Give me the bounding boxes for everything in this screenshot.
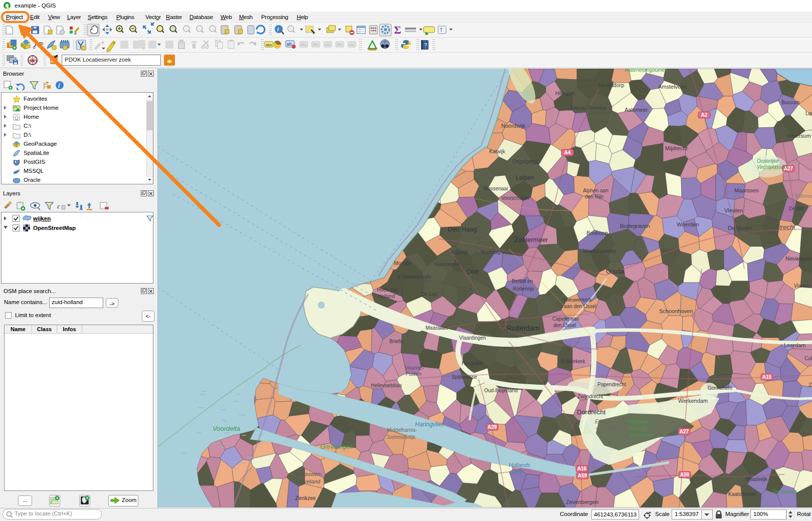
svg-text:Wassenaar: Wassenaar	[483, 186, 509, 191]
svg-text:Vleuten: Vleuten	[724, 207, 743, 213]
svg-text:Grevelingen: Grevelingen	[320, 443, 353, 450]
svg-text:van Dordrecht: van Dordrecht	[596, 426, 628, 431]
svg-text:ab: ab	[287, 42, 292, 47]
svg-text:Wateringen: Wateringen	[434, 262, 460, 267]
svg-text:Zoetermeer: Zoetermeer	[514, 236, 548, 243]
svg-text:Bodegraven: Bodegraven	[620, 223, 650, 229]
svg-text:A16: A16	[577, 466, 587, 471]
svg-text:Waterleidingduinen: Waterleidingduinen	[625, 69, 668, 73]
svg-text:Rijswijk: Rijswijk	[452, 249, 469, 255]
svg-text:Utrecht: Utrecht	[774, 223, 796, 231]
svg-text:Brielle: Brielle	[389, 339, 403, 344]
svg-text:De Meern: De Meern	[728, 225, 752, 231]
svg-text:A59: A59	[680, 472, 690, 477]
svg-text:Σ: Σ	[394, 24, 401, 36]
svg-text:Zierikzee: Zierikzee	[295, 495, 316, 501]
svg-text:Oostelijke: Oostelijke	[757, 158, 779, 164]
svg-text:Maarssen: Maarssen	[734, 187, 758, 193]
svg-text:ε: ε	[57, 202, 60, 210]
svg-text:Rotterdam: Rotterdam	[507, 324, 539, 332]
svg-text:Den Haag: Den Haag	[448, 225, 477, 233]
svg-text:Schouwen-: Schouwen-	[295, 471, 322, 477]
svg-text:A2: A2	[701, 112, 708, 118]
svg-text:A15: A15	[762, 374, 772, 380]
svg-text:Putten: Putten	[405, 371, 422, 377]
svg-text:Zaltb: Zaltb	[808, 382, 812, 388]
svg-text:abc: abc	[301, 43, 307, 46]
svg-text:Nieuwegein: Nieuwegein	[785, 256, 811, 262]
svg-text:Zevenbergen: Zevenbergen	[566, 499, 598, 505]
svg-text:Noordwijk: Noordwijk	[501, 123, 526, 129]
svg-text:Boskoop: Boskoop	[586, 230, 608, 236]
svg-text:Kaatsheuvel: Kaatsheuvel	[728, 491, 756, 497]
svg-text:Leiden: Leiden	[516, 174, 534, 181]
svg-text:Schoonhoven: Schoonhoven	[659, 308, 693, 314]
svg-text:Bussum: Bussum	[781, 100, 799, 105]
svg-text:abc: abc	[325, 43, 331, 46]
svg-text:Diep: Diep	[512, 468, 523, 474]
svg-text:Nationaal: Nationaal	[628, 419, 649, 424]
svg-text:Woerden: Woerden	[677, 221, 699, 227]
svg-text:Hellevoetsluis: Hellevoetsluis	[371, 383, 402, 388]
svg-text:Gorinchem: Gorinchem	[708, 385, 732, 391]
svg-text:Oegstgeest: Oegstgeest	[512, 159, 538, 164]
svg-text:Amstelveen: Amstelveen	[658, 84, 687, 90]
svg-text:Leerdam: Leerdam	[784, 342, 805, 348]
svg-text:Mijdrecht: Mijdrecht	[665, 145, 688, 151]
svg-text:Delft: Delft	[467, 269, 479, 276]
svg-text:A27: A27	[680, 429, 689, 434]
svg-text:Aalsmeer: Aalsmeer	[625, 107, 648, 113]
svg-text:?: ?	[424, 42, 427, 48]
svg-text:Hollands: Hollands	[509, 462, 530, 468]
svg-text:A4: A4	[564, 150, 571, 155]
svg-text:Hillegom: Hillegom	[555, 91, 575, 96]
svg-text:Vlaardingen: Vlaardingen	[459, 335, 486, 341]
svg-text:Papendrecht: Papendrecht	[597, 382, 626, 387]
svg-text:Eiland: Eiland	[595, 419, 609, 424]
svg-text:Nieuwerkerk: Nieuwerkerk	[564, 297, 592, 303]
svg-text:T: T	[440, 27, 443, 33]
svg-text:Maassluis: Maassluis	[426, 325, 448, 331]
svg-text:Vianen: Vianen	[794, 283, 809, 289]
svg-text:Waddinxveen: Waddinxveen	[583, 248, 616, 254]
svg-text:Waalwijk: Waalwijk	[746, 476, 767, 482]
svg-text:Zwijndrecht: Zwijndrecht	[577, 394, 603, 399]
svg-text:A29: A29	[488, 424, 497, 430]
svg-text:De Loonse: De Loonse	[772, 489, 797, 494]
svg-text:Park De: Park De	[630, 426, 648, 431]
svg-text:abc: abc	[349, 43, 355, 46]
svg-text:A59: A59	[578, 473, 587, 478]
svg-text:den Rijn: den Rijn	[585, 194, 603, 199]
svg-text:abc: abc	[337, 43, 343, 46]
svg-text:Voordelta: Voordelta	[213, 425, 240, 432]
svg-text:Gouda: Gouda	[606, 268, 624, 275]
svg-text:Werkendam: Werkendam	[678, 398, 708, 404]
svg-text:Haringvliet: Haringvliet	[415, 421, 444, 428]
svg-text:Alphen aan: Alphen aan	[583, 188, 608, 193]
svg-text:Biesbosch: Biesbosch	[631, 432, 654, 438]
svg-text:PDOK: PDOK	[51, 60, 60, 63]
svg-text:Voorne-: Voorne-	[404, 365, 424, 371]
svg-text:a: a	[74, 31, 77, 36]
svg-text:Monster: Monster	[394, 260, 413, 266]
svg-text:Rodenrijs: Rodenrijs	[513, 286, 534, 292]
svg-text:Oud-Beijerland: Oud-Beijerland	[484, 388, 518, 393]
svg-text:aan den IJssel: aan den IJssel	[564, 304, 596, 309]
svg-text:Spijkenisse: Spijkenisse	[452, 374, 477, 380]
svg-text:abc: abc	[313, 43, 319, 46]
svg-text:Hoek van: Hoek van	[377, 287, 398, 293]
svg-text:Hoogvliet: Hoogvliet	[462, 361, 483, 366]
svg-text:Vechtplassen: Vechtplassen	[757, 164, 787, 170]
svg-text:Katwijk: Katwijk	[489, 149, 506, 154]
svg-text:Lare: Lare	[805, 111, 812, 116]
svg-text:Ridderkerk: Ridderkerk	[561, 359, 585, 364]
svg-text:Nieuw-Vennep: Nieuw-Vennep	[570, 105, 606, 111]
svg-text:abc: abc	[266, 43, 272, 47]
svg-text:Hoofddorp: Hoofddorp	[598, 82, 624, 88]
svg-text:Middelharnis-: Middelharnis-	[387, 427, 417, 433]
svg-text:Hilversum: Hilversum	[786, 133, 811, 139]
svg-text:Bilthoven: Bilthoven	[795, 193, 812, 199]
svg-text:Berkel en: Berkel en	[512, 279, 533, 284]
svg-text:den IJssel: den IJssel	[553, 323, 576, 328]
svg-text:Capelle aan: Capelle aan	[552, 316, 579, 322]
